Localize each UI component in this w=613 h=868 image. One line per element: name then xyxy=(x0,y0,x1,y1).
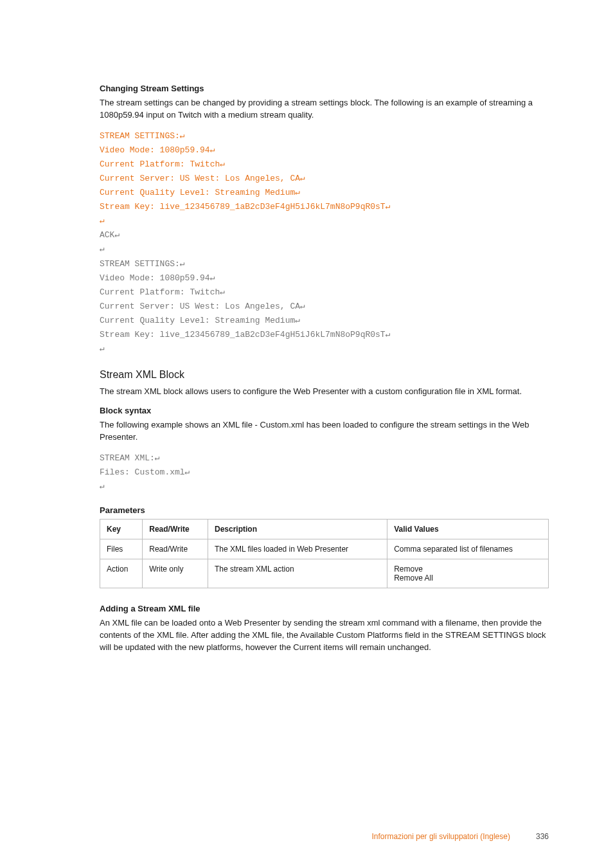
td-key: Files xyxy=(100,539,143,559)
td-valid: Remove Remove All xyxy=(387,559,549,588)
td-rw: Read/Write xyxy=(143,539,208,559)
heading-stream-xml-block: Stream XML Block xyxy=(100,369,549,381)
paragraph-stream-xml-block: The stream XML block allows users to con… xyxy=(100,386,549,398)
section-adding-stream-xml: Adding a Stream XML file An XML file can… xyxy=(100,604,549,654)
heading-block-syntax: Block syntax xyxy=(100,406,549,415)
section-parameters: Parameters Key Read/Write Description Va… xyxy=(100,505,549,588)
table-row: Action Write only The stream XML action … xyxy=(100,559,549,588)
page-footer: Informazioni per gli sviluppatori (Ingle… xyxy=(100,832,549,841)
section-stream-xml-block: Stream XML Block The stream XML block al… xyxy=(100,369,549,398)
td-key: Action xyxy=(100,559,143,588)
th-readwrite: Read/Write xyxy=(143,520,208,539)
paragraph-changing-stream: The stream settings can be changed by pr… xyxy=(100,97,549,122)
th-key: Key xyxy=(100,520,143,539)
section-changing-stream: Changing Stream Settings The stream sett… xyxy=(100,84,549,356)
table-row: Files Read/Write The XML files loaded in… xyxy=(100,539,549,559)
code-orange-segment: STREAM SETTINGS:↵ Video Mode: 1080p59.94… xyxy=(100,131,391,226)
parameters-table: Key Read/Write Description Valid Values … xyxy=(100,519,549,588)
table-header-row: Key Read/Write Description Valid Values xyxy=(100,520,549,539)
td-valid: Comma separated list of filenames xyxy=(387,539,549,559)
th-description: Description xyxy=(208,520,387,539)
td-rw: Write only xyxy=(143,559,208,588)
paragraph-adding-stream-xml: An XML file can be loaded onto a Web Pre… xyxy=(100,617,549,654)
heading-parameters: Parameters xyxy=(100,505,549,515)
code-grey-segment: ACK↵ ↵ STREAM SETTINGS:↵ Video Mode: 108… xyxy=(100,230,391,354)
heading-changing-stream: Changing Stream Settings xyxy=(100,84,549,93)
code-block-stream-settings: STREAM SETTINGS:↵ Video Mode: 1080p59.94… xyxy=(100,129,549,357)
page-content: Changing Stream Settings The stream sett… xyxy=(0,0,613,687)
th-validvalues: Valid Values xyxy=(387,520,549,539)
paragraph-block-syntax: The following example shows an XML file … xyxy=(100,419,549,444)
code-block-stream-xml: STREAM XML:↵ Files: Custom.xml↵ ↵ xyxy=(100,451,549,494)
footer-section-name: Informazioni per gli sviluppatori (Ingle… xyxy=(372,832,510,841)
td-desc: The XML files loaded in Web Presenter xyxy=(208,539,387,559)
footer-page-number: 336 xyxy=(536,832,549,841)
section-block-syntax: Block syntax The following example shows… xyxy=(100,406,549,494)
td-desc: The stream XML action xyxy=(208,559,387,588)
heading-adding-stream-xml: Adding a Stream XML file xyxy=(100,604,549,613)
